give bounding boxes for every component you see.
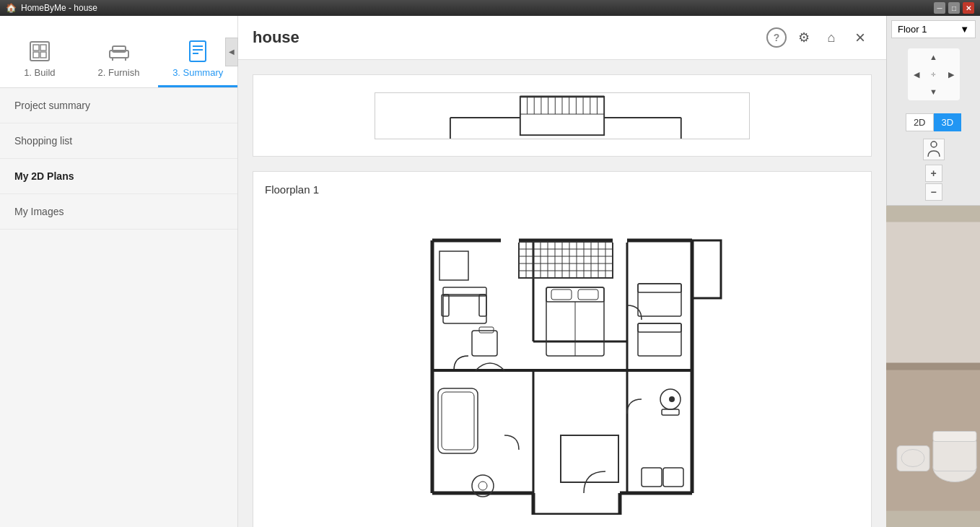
summary-icon	[185, 38, 211, 64]
sidebar-item-shopping-list[interactable]: Shopping list	[0, 123, 237, 159]
close-window-button[interactable]: ✕	[963, 2, 974, 14]
toggle-3d-button[interactable]: 3D	[934, 113, 962, 131]
top-preview-image	[265, 87, 859, 144]
sidebar-item-project-summary[interactable]: Project summary	[0, 88, 237, 123]
collapse-sidebar-button[interactable]: ◀	[225, 38, 238, 66]
sidebar: 1. Build 2. Furnish	[0, 16, 238, 527]
svg-rect-2	[40, 45, 46, 51]
floorplan-title: Floorplan 1	[265, 183, 859, 196]
toggle-2d-button[interactable]: 2D	[906, 113, 934, 131]
panel-title: house	[253, 28, 299, 47]
furnish-icon	[106, 38, 132, 64]
build-icon	[27, 38, 53, 64]
nav-up-right	[942, 48, 960, 66]
nav-down-button[interactable]: ▼	[925, 83, 942, 100]
sidebar-item-my-images[interactable]: My Images	[0, 194, 237, 230]
nav-down-left	[908, 83, 925, 100]
main-panel: house ? ⚙ ⌂ ×	[238, 16, 886, 527]
panel-header: house ? ⚙ ⌂ ×	[238, 16, 886, 60]
svg-rect-97	[886, 222, 980, 367]
top-preview-card	[253, 74, 872, 157]
nav-center-button[interactable]: ✛	[925, 66, 942, 83]
svg-point-95	[931, 141, 937, 147]
svg-rect-98	[886, 363, 980, 370]
maximize-button[interactable]: □	[948, 2, 960, 14]
floor-arrow: ▼	[960, 24, 969, 35]
summary-label: 3. Summary	[172, 67, 223, 78]
nav-left-button[interactable]: ◀	[908, 66, 925, 83]
nav-control-pad: ▲ ◀ ✛ ▶ ▼	[908, 48, 960, 100]
floor-selector[interactable]: Floor 1 ▼	[891, 20, 976, 38]
zoom-out-button[interactable]: −	[925, 183, 942, 201]
window-title-area: 🏠 HomeByMe - house	[6, 3, 97, 13]
sidebar-menu: Project summary Shopping list My 2D Plan…	[0, 88, 237, 527]
minimize-button[interactable]: ─	[934, 2, 945, 14]
svg-rect-9	[190, 41, 206, 61]
window-titlebar: 🏠 HomeByMe - house ─ □ ✕	[0, 0, 980, 16]
zoom-in-button[interactable]: +	[925, 165, 942, 182]
floorplan-card: Floorplan 1	[253, 171, 872, 527]
nav-right-button[interactable]: ▶	[942, 66, 960, 83]
top-controls: Floor 1 ▼ ▲ ◀ ✛ ▶ ▼ 2D 3D	[886, 16, 980, 206]
svg-rect-100	[933, 439, 976, 471]
svg-rect-3	[33, 52, 39, 58]
close-panel-button[interactable]: ×	[849, 26, 872, 49]
tab-build[interactable]: 1. Build	[0, 38, 79, 87]
svg-rect-101	[933, 432, 976, 442]
home-button[interactable]: ⌂	[821, 27, 841, 48]
3d-scene	[886, 206, 980, 527]
tab-furnish[interactable]: 2. Furnish	[79, 38, 159, 87]
furnish-label: 2. Furnish	[98, 67, 140, 78]
app-icon: 🏠	[6, 3, 17, 13]
svg-rect-1	[33, 45, 39, 51]
nav-up-left	[908, 48, 925, 66]
help-button[interactable]: ?	[766, 27, 787, 48]
sidebar-item-my-2d-plans[interactable]: My 2D Plans	[0, 159, 237, 194]
window-controls: ─ □ ✕	[934, 2, 974, 14]
panel-body[interactable]: Floorplan 1	[238, 60, 886, 527]
right-side: Floor 1 ▼ ▲ ◀ ✛ ▶ ▼ 2D 3D	[886, 16, 980, 527]
zoom-controls: + −	[925, 165, 942, 201]
settings-button[interactable]: ⚙	[794, 27, 814, 48]
window-title: HomeByMe - house	[21, 3, 97, 13]
nav-tabs: 1. Build 2. Furnish	[0, 16, 237, 88]
person-view-button[interactable]	[923, 139, 945, 160]
floorplan-image	[265, 204, 859, 522]
nav-up-button[interactable]: ▲	[925, 48, 942, 66]
svg-rect-4	[40, 52, 46, 58]
floor-label: Floor 1	[898, 24, 927, 35]
nav-down-right	[942, 83, 960, 100]
view-toggle: 2D 3D	[906, 113, 961, 131]
svg-point-89	[669, 396, 675, 402]
build-label: 1. Build	[24, 67, 55, 78]
app-container: 1. Build 2. Furnish	[0, 16, 980, 527]
